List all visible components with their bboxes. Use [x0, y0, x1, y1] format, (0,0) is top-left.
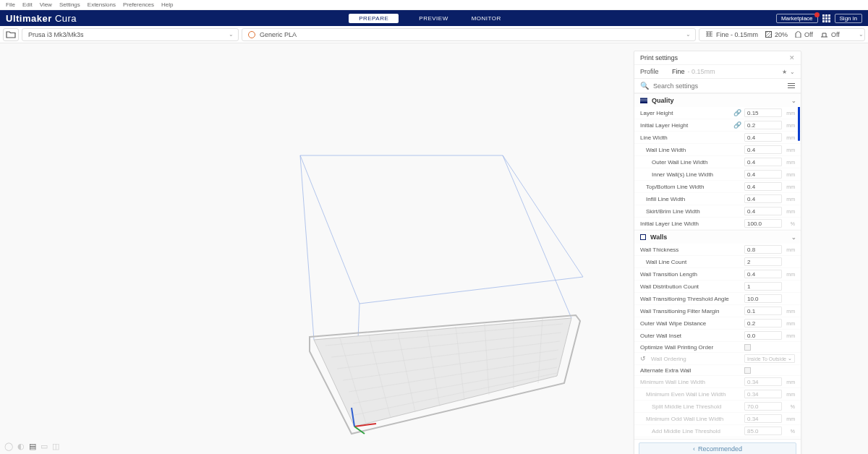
search-input[interactable]: [653, 82, 783, 90]
tab-monitor[interactable]: MONITOR: [469, 14, 504, 23]
setting-input[interactable]: 0.4: [744, 207, 782, 215]
setting-input[interactable]: 0.2: [744, 121, 782, 129]
setting-row: Outer Wall Wipe Distance0.2mm: [634, 317, 801, 330]
topbar: Ultimaker Cura PREPARE PREVIEW MONITOR M…: [0, 10, 868, 26]
menu-help[interactable]: Help: [161, 1, 173, 8]
profile-sub: - 0.15mm: [688, 68, 715, 75]
summary-infill: 20%: [775, 31, 788, 38]
link-icon[interactable]: 🔗: [733, 109, 741, 116]
setting-input[interactable]: 0.0: [744, 331, 782, 340]
setting-unit: mm: [782, 247, 795, 252]
setting-input[interactable]: 0.34: [744, 390, 782, 398]
setting-label: Skirt/Brim Line Width: [640, 208, 744, 215]
material-name: Generic PLA: [260, 31, 297, 38]
material-dropdown[interactable]: Generic PLA ⌄: [242, 28, 696, 41]
profile-selector[interactable]: Profile Fine- 0.15mm ★ ⌄: [634, 65, 801, 79]
recommended-button[interactable]: ‹ Recommended: [639, 442, 796, 454]
category-walls[interactable]: Walls ⌄: [634, 230, 801, 244]
mode-tabs: PREPARE PREVIEW MONITOR: [77, 14, 776, 23]
setting-unit: mm: [782, 309, 795, 314]
svg-rect-26: [640, 98, 647, 100]
chevron-down-icon[interactable]: ⌄: [790, 69, 795, 75]
setting-row: Print Thin Walls✓: [634, 437, 801, 439]
panel-footer: ‹ Recommended: [634, 439, 801, 454]
view-icon-2[interactable]: ◐: [17, 442, 25, 451]
brand: Ultimaker Cura: [6, 13, 77, 24]
setting-row: Add Middle Line Threshold85.0%: [634, 425, 801, 437]
setting-input[interactable]: 0.4: [744, 158, 782, 166]
view-icon-3[interactable]: ▤: [29, 442, 36, 451]
setting-input[interactable]: 0.34: [744, 414, 782, 423]
print-settings-panel: Print settings ✕ Profile Fine- 0.15mm ★ …: [634, 51, 801, 454]
setting-row: Wall Transition Length0.4mm: [634, 268, 801, 280]
setting-input[interactable]: 0.4: [744, 170, 782, 179]
close-icon[interactable]: ✕: [789, 54, 795, 61]
setting-unit: mm: [782, 184, 795, 189]
setting-label: Wall Transitioning Filter Margin: [640, 308, 744, 314]
setting-label: Line Width: [640, 134, 744, 141]
setting-row: Layer Height🔗0.15mm: [634, 107, 801, 119]
setting-row: Outer Wall Inset0.0mm: [634, 330, 801, 342]
setting-input[interactable]: 2: [744, 257, 782, 266]
link-icon[interactable]: 🔗: [733, 121, 741, 129]
tab-preview[interactable]: PREVIEW: [416, 14, 451, 23]
apps-icon[interactable]: [822, 14, 830, 22]
setting-unit: mm: [782, 333, 795, 338]
setting-checkbox[interactable]: [744, 367, 782, 374]
setting-row: Minimum Even Wall Line Width0.34mm: [634, 388, 801, 401]
view-icon-4[interactable]: ▭: [41, 442, 48, 451]
menu-edit[interactable]: Edit: [22, 1, 33, 8]
reset-icon[interactable]: ↺: [640, 355, 646, 362]
menu-settings[interactable]: Settings: [59, 1, 80, 8]
summary-profile: Fine - 0.15mm: [716, 31, 758, 38]
tab-prepare[interactable]: PREPARE: [349, 14, 399, 23]
setting-input[interactable]: 0.4: [744, 145, 782, 154]
topbar-right: Marketplace Sign in: [776, 14, 862, 23]
setting-label: Initial Layer Line Width: [640, 220, 744, 227]
category-quality[interactable]: Quality ⌄: [634, 93, 801, 107]
setting-input[interactable]: 0.2: [744, 319, 782, 327]
setting-label: Outer Wall Inset: [640, 333, 744, 339]
setting-input[interactable]: 0.8: [744, 245, 782, 254]
setting-input[interactable]: 0.34: [744, 377, 782, 386]
marketplace-button[interactable]: Marketplace: [776, 14, 818, 23]
setting-input[interactable]: 0.4: [744, 270, 782, 278]
menu-view[interactable]: View: [40, 1, 52, 8]
setting-input[interactable]: 0.1: [744, 307, 782, 315]
svg-marker-1: [300, 155, 583, 304]
print-settings-summary[interactable]: Fine - 0.15mm 20% Off Off ⌄: [699, 28, 865, 41]
setting-row: Alternate Extra Wall: [634, 365, 801, 376]
star-icon[interactable]: ★: [782, 69, 787, 75]
view-icon-5[interactable]: ◫: [52, 442, 59, 451]
setting-input[interactable]: 1: [744, 282, 782, 291]
setting-label: Minimum Odd Wall Line Width: [640, 416, 744, 422]
view-icon-1[interactable]: ◯: [4, 442, 13, 451]
menu-preferences[interactable]: Preferences: [123, 1, 154, 8]
signin-button[interactable]: Sign in: [835, 14, 862, 23]
menu-file[interactable]: File: [6, 1, 15, 8]
setting-label: Wall Transitioning Threshold Angle: [640, 296, 744, 302]
open-file-button[interactable]: [3, 28, 19, 41]
panel-title: Print settings: [640, 54, 678, 61]
setting-input[interactable]: 85.0: [744, 427, 782, 435]
svg-rect-24: [640, 101, 647, 103]
setting-label: Minimum Even Wall Line Width: [640, 391, 744, 398]
setting-input[interactable]: 0.4: [744, 194, 782, 203]
setting-row: Top/Bottom Line Width0.4mm: [634, 181, 801, 193]
printer-name: Prusa i3 Mk3/Mk3s: [28, 31, 84, 38]
setting-input[interactable]: 70.0: [744, 402, 782, 411]
search-row: 🔍: [634, 79, 801, 93]
setting-input[interactable]: 100.0: [744, 219, 782, 228]
printer-dropdown[interactable]: Prusa i3 Mk3/Mk3s ⌄: [22, 28, 239, 41]
setting-row: Infill Line Width0.4mm: [634, 193, 801, 205]
setting-dropdown[interactable]: Inside To Outside⌄: [744, 354, 795, 363]
hamburger-icon[interactable]: [788, 83, 795, 89]
menu-extensions[interactable]: Extensions: [88, 1, 116, 8]
setting-input[interactable]: 0.4: [744, 182, 782, 191]
setting-input[interactable]: 10.0: [744, 294, 782, 303]
setting-unit: %: [782, 404, 795, 409]
chevron-down-icon: ⌄: [791, 234, 796, 241]
setting-input[interactable]: 0.15: [744, 108, 782, 117]
setting-input[interactable]: 0.4: [744, 133, 782, 142]
setting-checkbox[interactable]: [744, 344, 782, 351]
